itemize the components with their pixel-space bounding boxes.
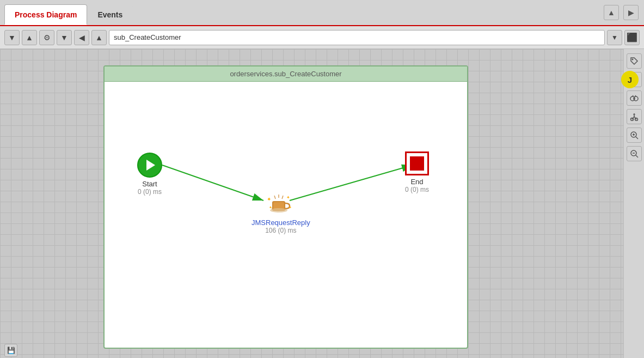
- jms-node[interactable]: ✦ ✦ ✦ ✦ JMSRequestReply 106 (0) ms: [252, 188, 310, 234]
- zoom-out-icon: [630, 149, 639, 158]
- main-area: orderservices.sub_CreateCustomer: [0, 49, 644, 358]
- tab-bar: Process Diagram Events ▲ ▶: [0, 0, 644, 26]
- cut-btn[interactable]: [627, 109, 642, 124]
- tag-btn[interactable]: [627, 53, 642, 69]
- end-square: [405, 151, 429, 175]
- tag-icon: [630, 57, 639, 65]
- start-label: Start: [142, 180, 157, 188]
- svg-rect-21: [634, 98, 635, 99]
- down-chevron-btn[interactable]: ▼: [4, 30, 20, 45]
- forward-btn[interactable]: ▲: [91, 30, 107, 45]
- bottom-bar: 💾: [0, 343, 603, 358]
- binoculars-icon: [630, 94, 639, 102]
- up-chevron-btn[interactable]: ▲: [22, 30, 37, 45]
- find-btn[interactable]: [627, 90, 642, 106]
- settings-btn[interactable]: ⚙: [39, 30, 54, 45]
- scroll-up-btn[interactable]: ▲: [604, 5, 619, 20]
- end-node[interactable]: End 0 (0) ms: [405, 151, 429, 193]
- jms-time: 106 (0) ms: [265, 227, 296, 234]
- play-icon: [146, 160, 155, 171]
- svg-text:✦: ✦: [289, 205, 292, 209]
- svg-line-9: [282, 196, 283, 199]
- save-icon: 💾: [7, 347, 15, 354]
- svg-text:✦: ✦: [267, 196, 271, 202]
- start-circle: [137, 153, 162, 178]
- end-inner-square: [410, 156, 424, 171]
- scroll-right-btn[interactable]: ▶: [623, 5, 639, 20]
- canvas-area[interactable]: orderservices.sub_CreateCustomer: [0, 49, 623, 358]
- process-name-input[interactable]: [109, 30, 605, 45]
- save-btn[interactable]: 💾: [4, 344, 17, 357]
- end-time: 0 (0) ms: [405, 186, 429, 193]
- window-mode-btn[interactable]: ⬛: [624, 30, 640, 45]
- zoom-out-btn[interactable]: [627, 146, 642, 161]
- user-avatar[interactable]: J: [621, 71, 639, 88]
- svg-text:✦: ✦: [286, 195, 290, 200]
- svg-point-14: [631, 59, 633, 60]
- zoom-in-btn[interactable]: [627, 128, 642, 143]
- process-name-dropdown[interactable]: ▼: [607, 30, 622, 45]
- zoom-in-icon: [630, 131, 639, 139]
- diagram-title: orderservices.sub_CreateCustomer: [105, 66, 467, 82]
- svg-text:✦: ✦: [269, 205, 272, 209]
- tab-events[interactable]: Events: [87, 4, 133, 25]
- right-sidebar: [623, 49, 644, 358]
- svg-line-7: [274, 196, 275, 199]
- jms-label: JMSRequestReply: [252, 219, 310, 227]
- toolbar: ▼ ▲ ⚙ ▼ ◀ ▲ ▼ ⬛: [0, 26, 644, 49]
- start-time: 0 (0) ms: [138, 188, 162, 196]
- settings-dropdown-btn[interactable]: ▼: [57, 30, 72, 45]
- end-label: End: [410, 178, 423, 186]
- diagram-box: orderservices.sub_CreateCustomer: [103, 65, 468, 349]
- tab-process-diagram[interactable]: Process Diagram: [4, 4, 87, 25]
- svg-line-22: [633, 95, 633, 96]
- tab-bar-controls: ▲ ▶: [604, 5, 639, 20]
- svg-line-23: [635, 95, 636, 96]
- jms-icon: ✦ ✦ ✦ ✦: [267, 188, 295, 216]
- start-node[interactable]: Start 0 (0) ms: [137, 153, 162, 196]
- svg-point-6: [270, 208, 287, 213]
- svg-line-1: [162, 165, 263, 201]
- back-btn[interactable]: ◀: [74, 30, 89, 45]
- scissors-icon: [630, 112, 639, 121]
- svg-line-35: [636, 155, 638, 157]
- diagram-content: Start 0 (0) ms End 0 (0) ms: [105, 82, 467, 345]
- svg-line-31: [636, 137, 638, 139]
